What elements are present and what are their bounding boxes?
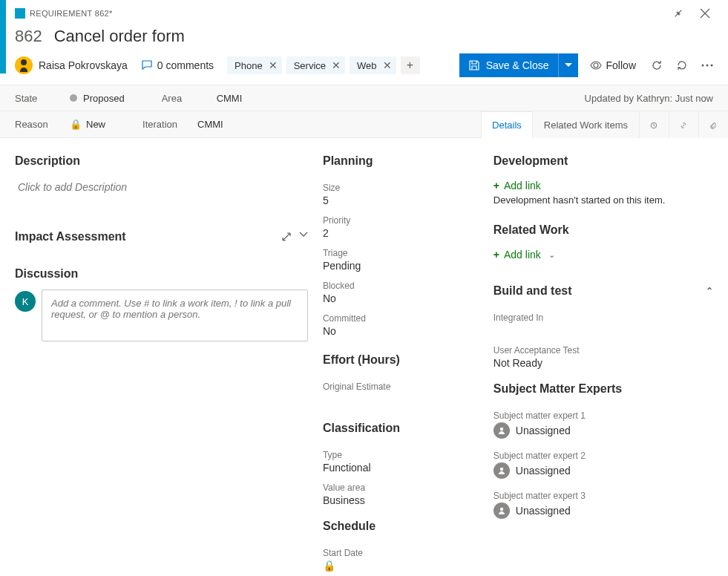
comments-label: 0 comments bbox=[157, 59, 214, 71]
value-area-label: Value area bbox=[323, 482, 479, 493]
schedule-heading: Schedule bbox=[323, 520, 479, 533]
size-label: Size bbox=[323, 183, 479, 193]
plus-icon: + bbox=[493, 249, 499, 261]
planning-heading: Planning bbox=[323, 154, 479, 168]
work-item-id: 862 bbox=[15, 27, 42, 46]
original-estimate-value[interactable] bbox=[323, 393, 479, 405]
priority-label: Priority bbox=[323, 215, 479, 226]
close-icon[interactable] bbox=[697, 5, 713, 22]
reason-label: Reason bbox=[15, 119, 59, 130]
triage-label: Triage bbox=[323, 248, 479, 258]
updated-text: Updated by Kathryn: Just now bbox=[585, 93, 713, 104]
assignee-picker[interactable]: Raisa Pokrovskaya bbox=[15, 56, 128, 74]
svg-point-4 bbox=[500, 428, 503, 431]
expand-icon[interactable] bbox=[281, 232, 292, 242]
start-date-value[interactable]: 🔒 bbox=[323, 560, 479, 572]
restore-window-icon[interactable] bbox=[670, 5, 686, 22]
state-value[interactable]: Proposed bbox=[70, 93, 125, 104]
assignee-name: Raisa Pokrovskaya bbox=[39, 59, 128, 71]
sme-heading: Subject Matter Experts bbox=[493, 382, 713, 396]
sme3-label: Subject matter expert 3 bbox=[493, 491, 713, 501]
add-tag-button[interactable]: + bbox=[401, 56, 420, 74]
chevron-down-icon: ⌄ bbox=[548, 250, 555, 260]
svg-point-6 bbox=[500, 508, 503, 511]
blocked-value[interactable]: No bbox=[323, 292, 479, 304]
triage-value[interactable]: Pending bbox=[323, 260, 479, 272]
save-dropdown-button[interactable] bbox=[558, 53, 578, 77]
committed-value[interactable]: No bbox=[323, 325, 479, 337]
value-area-value[interactable]: Business bbox=[323, 494, 479, 506]
tag-service[interactable]: Service✕ bbox=[286, 56, 345, 74]
save-close-button[interactable]: Save & Close bbox=[459, 53, 578, 77]
size-value[interactable]: 5 bbox=[323, 194, 479, 206]
state-dot-icon bbox=[70, 94, 77, 102]
undo-icon[interactable] bbox=[673, 56, 691, 74]
development-heading: Development bbox=[493, 154, 713, 168]
plus-icon: + bbox=[493, 180, 499, 192]
sme1-picker[interactable]: Unassigned bbox=[493, 422, 713, 439]
current-user-avatar: K bbox=[15, 291, 36, 312]
tab-links-icon[interactable] bbox=[669, 111, 698, 138]
priority-value[interactable]: 2 bbox=[323, 227, 479, 239]
add-related-link-button[interactable]: +Add link⌄ bbox=[493, 249, 713, 261]
tag-remove-icon[interactable]: ✕ bbox=[383, 60, 392, 71]
add-dev-link-button[interactable]: +Add link bbox=[493, 180, 713, 192]
uat-label: User Acceptance Test bbox=[493, 345, 713, 356]
state-label: State bbox=[15, 93, 59, 104]
area-value[interactable]: CMMI bbox=[217, 93, 243, 104]
area-label: Area bbox=[162, 93, 206, 104]
discussion-input[interactable]: Add a comment. Use # to link a work item… bbox=[42, 289, 308, 341]
follow-button[interactable]: Follow bbox=[586, 59, 640, 71]
description-heading: Description bbox=[15, 154, 308, 168]
type-label: Type bbox=[323, 450, 479, 460]
tags-container: Phone✕ Service✕ Web✕ + bbox=[227, 56, 419, 74]
iteration-label: Iteration bbox=[142, 119, 187, 130]
tab-related-work-items[interactable]: Related Work items bbox=[533, 111, 639, 138]
svg-point-5 bbox=[500, 468, 503, 471]
effort-heading: Effort (Hours) bbox=[323, 353, 479, 367]
lock-icon: 🔒 bbox=[70, 119, 82, 130]
tag-remove-icon[interactable]: ✕ bbox=[332, 60, 341, 71]
sme2-label: Subject matter expert 2 bbox=[493, 451, 713, 461]
tag-phone[interactable]: Phone✕ bbox=[227, 56, 282, 74]
comment-icon bbox=[141, 59, 153, 71]
tab-history-icon[interactable] bbox=[639, 111, 669, 138]
refresh-icon[interactable] bbox=[648, 56, 666, 74]
collapse-icon[interactable]: ⌃ bbox=[706, 286, 713, 296]
more-actions-icon[interactable] bbox=[698, 61, 716, 70]
unassigned-avatar-icon bbox=[493, 462, 510, 479]
accent-bar bbox=[0, 0, 6, 73]
sme3-picker[interactable]: Unassigned bbox=[493, 503, 713, 519]
sme1-label: Subject matter expert 1 bbox=[493, 410, 713, 421]
blocked-label: Blocked bbox=[323, 281, 479, 291]
reason-value[interactable]: 🔒New bbox=[70, 119, 105, 130]
discussion-heading: Discussion bbox=[15, 267, 308, 281]
avatar bbox=[15, 56, 33, 74]
integrated-in-label: Integrated In bbox=[493, 312, 713, 323]
unassigned-avatar-icon bbox=[493, 422, 510, 439]
original-estimate-label: Original Estimate bbox=[323, 382, 479, 392]
unassigned-avatar-icon bbox=[493, 503, 510, 519]
tag-web[interactable]: Web✕ bbox=[350, 56, 396, 74]
related-work-heading: Related Work bbox=[493, 223, 713, 237]
tab-attachments-icon[interactable] bbox=[698, 111, 728, 138]
eye-icon bbox=[590, 59, 602, 71]
uat-value[interactable]: Not Ready bbox=[493, 357, 713, 369]
comments-button[interactable]: 0 comments bbox=[141, 59, 214, 71]
integrated-in-value[interactable] bbox=[493, 324, 713, 336]
development-status-text: Development hasn't started on this item. bbox=[493, 194, 713, 206]
type-value[interactable]: Functional bbox=[323, 462, 479, 474]
svg-point-2 bbox=[711, 65, 713, 67]
requirement-type-icon bbox=[15, 8, 25, 19]
sme2-picker[interactable]: Unassigned bbox=[493, 462, 713, 479]
description-input[interactable]: Click to add Description bbox=[15, 177, 308, 208]
tab-details[interactable]: Details bbox=[481, 111, 533, 138]
lock-icon: 🔒 bbox=[323, 560, 335, 572]
save-icon bbox=[468, 59, 480, 71]
work-item-title[interactable]: Cancel order form bbox=[54, 27, 185, 46]
chevron-down-icon[interactable] bbox=[299, 232, 308, 242]
breadcrumb: REQUIREMENT 862* bbox=[30, 9, 113, 18]
tag-remove-icon[interactable]: ✕ bbox=[269, 60, 278, 71]
svg-point-1 bbox=[706, 65, 709, 67]
iteration-value[interactable]: CMMI bbox=[197, 119, 223, 130]
